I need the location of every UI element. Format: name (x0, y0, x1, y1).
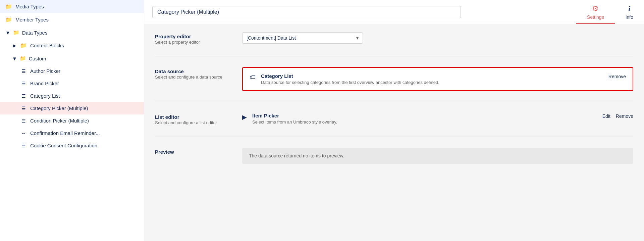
sidebar-label-cookie-consent-configuration: Cookie Consent Configuration (30, 143, 97, 148)
preview-control: The data source returned no items to pre… (242, 148, 633, 164)
data-source-remove-button[interactable]: Remove (608, 73, 626, 79)
title-area (144, 0, 576, 24)
sidebar-label-category-picker-multiple: Category Picker (Multiple) (30, 105, 88, 111)
sidebar-item-data-types[interactable]: ▼ 📁 Data Types (0, 26, 144, 39)
folder-icon: 📁 (5, 3, 12, 10)
data-source-desc: Data source for selecting categories fro… (261, 80, 603, 85)
data-source-sublabel: Select and configure a data source (155, 75, 222, 80)
folder-icon: 📁 (20, 55, 26, 61)
property-editor-value: [Contentment] Data List (247, 35, 296, 41)
sidebar-label-media-types: Media Types (15, 4, 44, 9)
list-editor-title: Item Picker (252, 113, 597, 118)
tab-settings-label: Settings (587, 14, 604, 20)
list-editor-edit-button[interactable]: Edit (602, 113, 610, 119)
data-source-label: Data source (155, 68, 242, 74)
preview-label: Preview (155, 149, 242, 155)
sidebar-label-category-list: Category List (30, 93, 60, 99)
list-icon: ☰ (20, 68, 27, 74)
list-editor-box: ▶ Item Picker Select items from an Umbra… (242, 113, 633, 125)
chevron-down-icon: ▼ (12, 56, 17, 61)
list-icon: ☰ (20, 118, 27, 124)
tab-info[interactable]: i Info (615, 0, 644, 24)
tag-icon: 🏷 (250, 74, 256, 81)
list-editor-control: ▶ Item Picker Select items from an Umbra… (242, 113, 633, 125)
data-source-row: Data source Select and configure a data … (155, 67, 633, 91)
tab-area: ⚙ Settings i Info (576, 0, 644, 24)
list-editor-actions: Edit Remove (602, 113, 633, 119)
chevron-right-icon: ▶ (12, 43, 17, 48)
sidebar-item-member-types[interactable]: 📁 Member Types (0, 13, 144, 26)
sidebar-label-author-picker: Author Picker (30, 68, 60, 74)
list-editor-remove-button[interactable]: Remove (616, 113, 633, 119)
sidebar-item-media-types[interactable]: 📁 Media Types (0, 0, 144, 13)
list-editor-label: List editor (155, 114, 242, 120)
page-title-input[interactable] (152, 6, 461, 18)
property-editor-sublabel: Select a property editor (155, 40, 200, 45)
list-icon: ☰ (20, 93, 27, 99)
preview-row: Preview The data source returned no item… (155, 148, 633, 164)
list-icon: ☰ (20, 106, 27, 111)
cursor-icon: ▶ (242, 113, 247, 121)
sidebar-item-confirmation-email-reminder[interactable]: ↔ Confirmation Email Reminder... (0, 127, 144, 139)
sidebar-label-condition-picker-multiple: Condition Picker (Multiple) (30, 118, 89, 124)
sidebar-label-confirmation-email-reminder: Confirmation Email Reminder... (30, 130, 100, 136)
content-area: Property editor Select a property editor… (144, 24, 644, 241)
tab-info-label: Info (626, 14, 633, 20)
folder-icon: 📁 (20, 42, 27, 49)
main-area: ⚙ Settings i Info Property editor Select… (144, 0, 644, 241)
chevron-down-icon: ▼ (5, 30, 10, 36)
sidebar-item-condition-picker-multiple[interactable]: ☰ Condition Picker (Multiple) (0, 114, 144, 127)
sidebar-item-content-blocks[interactable]: ▶ 📁 Content Blocks (0, 39, 144, 52)
tab-settings[interactable]: ⚙ Settings (576, 0, 615, 24)
sidebar-item-brand-picker[interactable]: ☰ Brand Picker (0, 77, 144, 90)
property-editor-label: Property editor (155, 34, 242, 39)
top-bar: ⚙ Settings i Info (144, 0, 644, 24)
arrow-horizontal-icon: ↔ (20, 131, 27, 136)
data-source-info: Category List Data source for selecting … (261, 73, 603, 85)
list-editor-row: List editor Select and configure a list … (155, 113, 633, 126)
preview-text: The data source returned no items to pre… (249, 153, 344, 158)
property-editor-control: [Contentment] Data List ▾ (242, 32, 633, 44)
sidebar-item-category-list[interactable]: ☰ Category List (0, 90, 144, 102)
data-source-title: Category List (261, 73, 603, 79)
data-source-box: 🏷 Category List Data source for selectin… (242, 67, 633, 91)
data-source-control: 🏷 Category List Data source for selectin… (242, 67, 633, 91)
list-icon: ☰ (20, 143, 27, 148)
sidebar-item-custom[interactable]: ▼ 📁 Custom (0, 52, 144, 65)
sidebar-item-category-picker-multiple[interactable]: ☰ Category Picker (Multiple) (0, 102, 144, 114)
info-icon: i (628, 4, 630, 13)
sidebar-label-custom: Custom (29, 56, 46, 61)
sidebar-item-author-picker[interactable]: ☰ Author Picker (0, 65, 144, 77)
folder-icon: 📁 (5, 16, 12, 23)
chevron-down-icon: ▾ (356, 35, 359, 41)
gear-icon: ⚙ (592, 4, 599, 13)
property-editor-label-col: Property editor Select a property editor (155, 32, 242, 45)
sidebar-label-data-types: Data Types (22, 30, 48, 36)
data-source-label-col: Data source Select and configure a data … (155, 67, 242, 80)
list-editor-sublabel: Select and configure a list editor (155, 120, 217, 125)
divider-2 (155, 102, 633, 102)
list-editor-info: Item Picker Select items from an Umbraco… (252, 113, 597, 125)
sidebar: 📁 Media Types 📁 Member Types ▼ 📁 Data Ty… (0, 0, 144, 241)
divider-1 (155, 56, 633, 56)
folder-icon: 📁 (13, 30, 19, 36)
list-editor-desc: Select items from an Umbraco style overl… (252, 119, 597, 125)
sidebar-label-content-blocks: Content Blocks (30, 43, 64, 48)
preview-label-col: Preview (155, 148, 242, 155)
list-icon: ☰ (20, 81, 27, 86)
sidebar-item-cookie-consent-configuration[interactable]: ☰ Cookie Consent Configuration (0, 139, 144, 152)
sidebar-label-brand-picker: Brand Picker (30, 81, 59, 86)
property-editor-row: Property editor Select a property editor… (155, 32, 633, 45)
sidebar-label-member-types: Member Types (15, 17, 49, 22)
list-editor-label-col: List editor Select and configure a list … (155, 113, 242, 126)
divider-3 (155, 137, 633, 137)
property-editor-select[interactable]: [Contentment] Data List ▾ (242, 32, 363, 44)
preview-box: The data source returned no items to pre… (242, 148, 633, 164)
